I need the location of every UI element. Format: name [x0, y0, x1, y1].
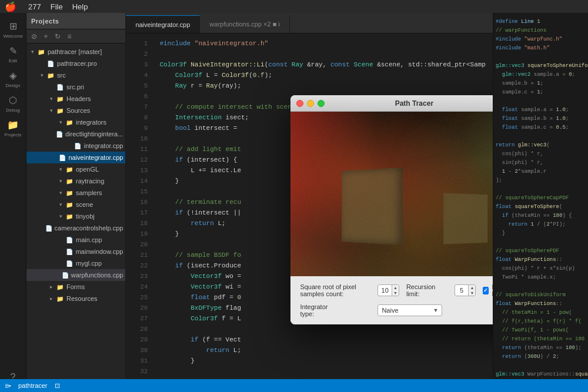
file-tree: ▾ 📁 pathtracer [master] 📄 pathtracer.pro…	[26, 43, 125, 392]
projects-icon: 📁	[7, 119, 19, 131]
checkbox-check: ✓	[483, 287, 488, 293]
recursion-arrows: ▲ ▼	[468, 285, 475, 296]
dropdown-arrow-icon: ▼	[433, 307, 438, 313]
activity-bar: ⊞ Welcome ✎ Edit ◈ Design ⬡ Debug 📁 Proj…	[0, 13, 26, 392]
statusbar-monitor-icon: ⊡	[55, 382, 60, 390]
checkbox-box: ✓	[483, 287, 489, 294]
activity-debug[interactable]: ⬡ Debug	[0, 92, 26, 115]
tree-src[interactable]: ▾ 📁 src	[26, 69, 125, 81]
debug-icon: ⬡	[7, 95, 19, 106]
tree-scene[interactable]: ▾ 📁 scene	[26, 199, 125, 210]
ide-container: ⊞ Welcome ✎ Edit ◈ Design ⬡ Debug 📁 Proj…	[0, 13, 588, 392]
refresh-button[interactable]: ↻	[52, 31, 63, 42]
menubar: 🍎 277 File Help	[0, 0, 588, 13]
tree-main-cpp[interactable]: 📄 main.cpp	[26, 234, 125, 246]
tree-directlighting[interactable]: 📄 directlightingintera...	[26, 128, 125, 140]
close-button[interactable]	[296, 100, 303, 107]
tree-samplers[interactable]: ▾ 📁 samplers	[26, 187, 125, 199]
recursion-spinbox[interactable]: 5 ▲ ▼	[455, 284, 476, 296]
minimize-button[interactable]	[307, 100, 314, 107]
activity-design[interactable]: ◈ Design	[0, 67, 26, 91]
pixel-samples-value: 10	[378, 287, 392, 294]
pixel-samples-label: Square root of pixelsamples count:	[300, 283, 370, 297]
menubar-help[interactable]: Help	[72, 2, 88, 11]
tab-warpfunctions[interactable]: warpfunctions.cpp ×2 ■ i	[200, 15, 289, 33]
right-panel: #define Line 1 // warpFunctions #include…	[493, 13, 588, 392]
editor-area: naiveintegrator.cpp warpfunctions.cpp ×2…	[126, 13, 493, 392]
tab-bar: naiveintegrator.cpp warpfunctions.cpp ×2…	[126, 13, 493, 33]
tree-opengl[interactable]: ▾ 📁 openGL	[26, 163, 125, 175]
tree-raytracing[interactable]: ▾ 📁 raytracing	[26, 175, 125, 187]
tab-label: naiveintegrator.cpp	[135, 21, 190, 28]
increment-arrow[interactable]: ▲	[392, 285, 399, 290]
recursion-increment[interactable]: ▲	[469, 285, 475, 290]
activity-edit[interactable]: ✎ Edit	[0, 42, 26, 66]
tree-headers[interactable]: ▾ 📁 Headers	[26, 93, 125, 105]
sidebar-header: Projects	[26, 13, 125, 29]
spinbox-arrows: ▲ ▼	[392, 285, 399, 296]
welcome-icon: ⊞	[7, 21, 19, 32]
line-numbers: 12345 678910 1112131415 1617181920 21222…	[126, 33, 152, 392]
tree-sources[interactable]: ▾ 📁 Sources	[26, 105, 125, 116]
integrator-dropdown[interactable]: Naive ▼	[377, 304, 442, 316]
tree-pathtracer-pro[interactable]: 📄 pathtracer.pro	[26, 58, 125, 69]
decrement-arrow[interactable]: ▼	[392, 290, 399, 296]
menubar-file[interactable]: File	[51, 2, 63, 11]
integrator-label: Integratortype:	[300, 303, 370, 317]
recursion-value: 5	[455, 287, 469, 294]
edit-icon: ✎	[7, 45, 19, 57]
tree-integrator-cpp[interactable]: 📄 integrator.cpp	[26, 140, 125, 152]
tab-label-2: warpfunctions.cpp ×2 ■ i	[209, 21, 279, 28]
filter-button[interactable]: ⊘	[29, 31, 39, 42]
tree-integrators[interactable]: ▾ 📁 integrators	[26, 116, 125, 128]
tree-root[interactable]: ▾ 📁 pathtracer [master]	[26, 46, 125, 58]
tree-resources[interactable]: ▸ 📁 Resources	[26, 293, 125, 304]
tree-mygl-cpp[interactable]: 📄 mygl.cpp	[26, 257, 125, 269]
statusbar-icon: ⌲	[5, 382, 11, 389]
tree-tinyobj[interactable]: ▾ 📁 tinyobj	[26, 210, 125, 222]
add-button[interactable]: +	[41, 31, 51, 42]
tree-naiveintegrator-cpp[interactable]: 📄 naiveintegrator.cpp	[26, 152, 125, 163]
statusbar: ⌲ pathtracer ⊡	[0, 379, 588, 392]
tree-forms[interactable]: ▸ 📁 Forms	[26, 281, 125, 293]
activity-projects[interactable]: 📁 Projects	[0, 116, 26, 140]
design-icon: ◈	[7, 70, 19, 82]
activity-welcome[interactable]: ⊞ Welcome	[0, 18, 26, 41]
recursion-label: Recursionlimit:	[406, 283, 447, 297]
recursion-decrement[interactable]: ▼	[469, 290, 475, 296]
menubar-badge: 277	[28, 2, 41, 11]
tree-warpfunctions-cpp[interactable]: 📄 warpfunctions.cpp	[26, 269, 125, 281]
dialog-title: Path Tracer	[395, 99, 433, 108]
integrator-value: Naive	[382, 307, 433, 314]
tab-naiveintegrator[interactable]: naiveintegrator.cpp	[126, 15, 200, 33]
maximize-button[interactable]	[318, 100, 325, 107]
tree-cameracontrols[interactable]: 📄 cameracontrolshelp.cpp	[26, 222, 125, 234]
tree-src-pri[interactable]: 📄 src.pri	[26, 81, 125, 93]
pixel-samples-spinbox[interactable]: 10 ▲ ▼	[377, 284, 399, 296]
collapse-button[interactable]: ≡	[64, 31, 75, 42]
sidebar-toolbar: ⊘ + ↻ ≡	[26, 29, 125, 43]
apple-menu[interactable]: 🍎	[5, 1, 16, 12]
sidebar: Projects ⊘ + ↻ ≡ ▾ 📁 pathtracer [master]…	[26, 13, 126, 392]
right-code-content: #define Line 1 // warpFunctions #include…	[493, 13, 588, 392]
tree-mainwindow-cpp[interactable]: 📄 mainwindow.cpp	[26, 246, 125, 257]
statusbar-branch: pathtracer	[18, 382, 48, 389]
